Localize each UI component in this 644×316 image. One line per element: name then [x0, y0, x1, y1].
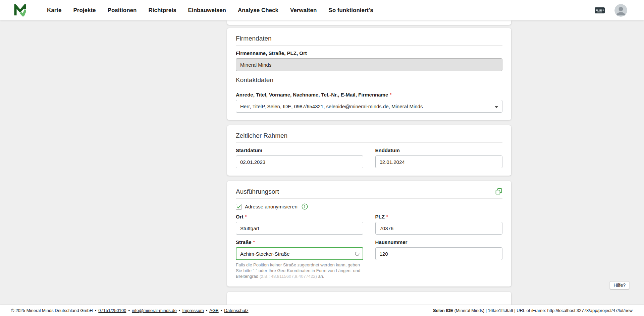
footer-datenschutz-link[interactable]: Datenschutz: [224, 308, 248, 313]
enddatum-label: Enddatum: [375, 147, 503, 153]
kontakt-label-text: Anrede, Titel, Vorname, Nachname, Tel.-N…: [236, 92, 388, 98]
strasse-label-text: Straße: [236, 239, 252, 245]
plz-label: PLZ*: [375, 214, 503, 220]
ort-field: Ort*: [236, 214, 363, 235]
nav-item-projekte[interactable]: Projekte: [73, 7, 96, 14]
footer-separator: •: [206, 308, 208, 313]
kontakt-label: Anrede, Titel, Vorname, Nachname, Tel.-N…: [236, 92, 502, 98]
firmendaten-title: Firmendaten: [236, 35, 272, 42]
firmenname-label-text: Firmenname, Straße, PLZ, Ort: [236, 50, 307, 56]
footer-right: Selen IDE (Mineral Minds) | 16fae1ffc6a6…: [433, 308, 633, 313]
strasse-input[interactable]: [236, 247, 363, 260]
enddatum-label-text: Enddatum: [375, 147, 400, 153]
firmendaten-card: Firmendaten Firmenname, Straße, PLZ, Ort…: [227, 28, 511, 120]
ort-label-text: Ort: [236, 214, 244, 219]
firmenname-input: [236, 58, 502, 71]
required-asterisk: *: [390, 92, 391, 97]
plz-input[interactable]: [375, 222, 503, 235]
nav-item-positionen[interactable]: Positionen: [108, 7, 137, 14]
nav-item-karte[interactable]: Karte: [47, 7, 61, 14]
copyright-text: © 2025 Mineral Minds Deutschland GmbH: [11, 308, 93, 313]
footer-app-details: (Mineral Minds) | 16fae1ffc6a6 | URL of …: [453, 308, 633, 313]
footer-separator: •: [128, 308, 130, 313]
strasse-label: Straße*: [236, 239, 363, 245]
hausnummer-label: Hausnummer: [375, 239, 503, 245]
kontakt-select-value: Herr, TitelP, Selen, IDE, 0987/654321, s…: [240, 104, 423, 109]
ausfuehrungsort-title: Ausführungsort: [236, 188, 279, 195]
startdatum-label-text: Startdatum: [236, 147, 262, 153]
firmenname-label: Firmenname, Straße, PLZ, Ort: [236, 50, 502, 56]
top-navbar: Karte Projekte Positionen Richtpreis Ein…: [0, 0, 644, 20]
loading-spinner-icon: [355, 251, 360, 256]
anonymize-checkbox[interactable]: [236, 204, 242, 210]
checkmark-icon: [237, 205, 241, 209]
footer-impressum-link[interactable]: Impressum: [182, 308, 204, 313]
nav-item-richtpreis[interactable]: Richtpreis: [148, 7, 176, 14]
previous-card-fragment: [227, 20, 511, 25]
zeitlicher-rahmen-title: Zeitlicher Rahmen: [236, 132, 287, 139]
hausnummer-label-text: Hausnummer: [375, 239, 408, 245]
footer-agb-link[interactable]: AGB: [209, 308, 218, 313]
nav-item-einbauweisen[interactable]: Einbauweisen: [188, 7, 226, 14]
required-asterisk: *: [245, 214, 247, 219]
startdatum-input[interactable]: [236, 155, 363, 168]
strasse-field: Straße* Falls die Position keiner Straße…: [236, 239, 363, 279]
main-content: Firmendaten Firmenname, Straße, PLZ, Ort…: [227, 20, 511, 316]
footer-phone-link[interactable]: 07151/250100: [98, 308, 126, 313]
main-nav: Karte Projekte Positionen Richtpreis Ein…: [47, 7, 373, 14]
footer-separator: •: [221, 308, 222, 313]
anonymize-row: Adresse anonymisieren: [236, 203, 502, 210]
strasse-hint-suffix: an.: [317, 274, 324, 279]
nav-item-verwalten[interactable]: Verwalten: [290, 7, 317, 14]
ort-label: Ort*: [236, 214, 363, 220]
strasse-hint-coords: (z.B.: 48.8115607,9.4077422): [260, 274, 317, 279]
required-asterisk: *: [386, 214, 388, 219]
user-avatar[interactable]: [614, 4, 627, 17]
hausnummer-field: Hausnummer: [375, 239, 503, 279]
anonymize-label: Adresse anonymisieren: [245, 204, 298, 209]
keyboard-icon[interactable]: [594, 6, 605, 14]
kontaktdaten-title: Kontaktdaten: [236, 76, 273, 83]
help-button[interactable]: Hilfe?: [610, 281, 629, 289]
plz-field: PLZ*: [375, 214, 503, 235]
mineral-minds-logo[interactable]: [14, 4, 26, 16]
kontakt-select[interactable]: Herr, TitelP, Selen, IDE, 0987/654321, s…: [236, 100, 502, 113]
zeitlicher-rahmen-card: Zeitlicher Rahmen Startdatum Enddatum: [227, 125, 511, 176]
page-footer: © 2025 Mineral Minds Deutschland GmbH • …: [0, 305, 644, 316]
startdatum-label: Startdatum: [236, 147, 363, 153]
footer-separator: •: [95, 308, 97, 313]
required-asterisk: *: [253, 240, 255, 245]
nav-item-analyse-check[interactable]: Analyse Check: [238, 7, 278, 14]
nav-item-so-funktionierts[interactable]: So funktioniert's: [328, 7, 373, 14]
navbar-right: [594, 4, 627, 17]
hausnummer-input[interactable]: [375, 247, 503, 260]
logo-icon: [14, 4, 26, 16]
chevron-down-icon: [495, 104, 498, 109]
footer-left: © 2025 Mineral Minds Deutschland GmbH • …: [11, 308, 249, 313]
footer-app-name: Selen IDE: [433, 308, 453, 313]
info-icon[interactable]: [302, 203, 308, 210]
plz-label-text: PLZ: [375, 214, 385, 219]
enddatum-input[interactable]: [375, 155, 503, 168]
footer-email-link[interactable]: info@mineral-minds.de: [132, 308, 177, 313]
copy-icon[interactable]: [495, 188, 502, 195]
ausfuehrungsort-card: Ausführungsort Adresse anonymisieren: [227, 181, 511, 287]
footer-separator: •: [179, 308, 180, 313]
ort-input[interactable]: [236, 222, 363, 235]
enddatum-field: Enddatum: [375, 147, 503, 168]
strasse-hint: Falls die Position keiner Straße zugeord…: [236, 262, 363, 279]
startdatum-field: Startdatum: [236, 147, 363, 168]
